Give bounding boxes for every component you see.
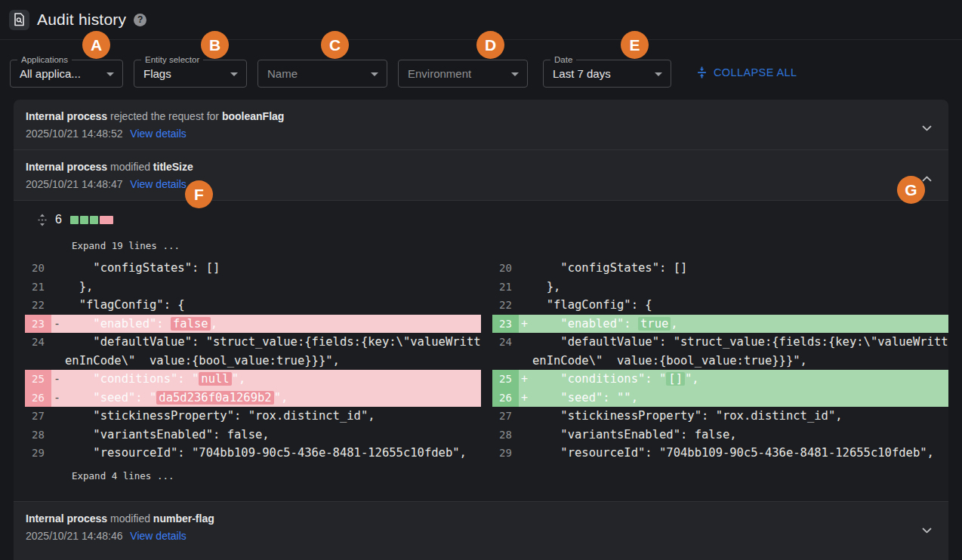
diff-stat-row: 6	[14, 211, 948, 228]
diff-sign	[519, 259, 532, 278]
diff-panel: 6 Expand 19 lines ... 20 "configStates":…	[14, 200, 948, 501]
code-text: "conditions": "[]",	[532, 370, 948, 389]
diff-split-view: 20 "configStates": []21 },22 "flagConfig…	[14, 259, 948, 463]
dropdown-arrow-icon	[371, 72, 378, 76]
annotation-badge-f: F	[185, 180, 213, 208]
code-text: "conditions": "null",	[65, 370, 481, 389]
expand-lines-bottom[interactable]: Expand 4 lines ...	[14, 470, 948, 482]
line-number: 25	[25, 370, 51, 389]
diff-pane-before: 20 "configStates": []21 },22 "flagConfig…	[14, 259, 481, 463]
diff-sign: -	[51, 315, 65, 334]
entry-timestamp: 2025/10/21 14:48:47	[26, 178, 122, 190]
line-number: 21	[25, 278, 51, 297]
audit-entry-number-flag[interactable]: Internal process modified number-flag 20…	[14, 501, 948, 552]
line-number: 20	[25, 259, 51, 278]
code-text: "stickinessProperty": "rox.distinct_id",	[65, 407, 481, 426]
diff-context-line: 20 "configStates": []	[14, 259, 481, 278]
diff-context-line: 22 "flagConfig": {	[481, 296, 948, 315]
diff-context-line: 29 "resourceId": "704bb109-90c5-436e-848…	[481, 444, 948, 463]
diff-sign	[519, 444, 532, 463]
line-number: 26	[25, 389, 51, 408]
added-stat-square	[70, 216, 79, 224]
line-number: 23	[25, 315, 51, 334]
diff-added-line: 25+ "conditions": "[]",	[481, 370, 948, 389]
diff-sign: +	[519, 315, 532, 334]
applications-dropdown[interactable]: Applications All applica...	[10, 60, 123, 88]
entry-action: rejected the request for	[110, 110, 219, 122]
diff-sign	[51, 333, 65, 370]
diff-removed-line: 23- "enabled": false,	[14, 315, 481, 334]
page-title: Audit history	[37, 11, 126, 29]
line-number: 22	[25, 296, 51, 315]
diff-context-line: 22 "flagConfig": {	[14, 296, 481, 315]
entity-selector-dropdown[interactable]: Entity selector Flags	[134, 60, 247, 88]
dropdown-arrow-icon	[106, 72, 114, 76]
diff-context-line: 27 "stickinessProperty": "rox.distinct_i…	[14, 407, 481, 426]
diff-added-line: 23+ "enabled": true,	[481, 315, 948, 334]
diff-sign	[51, 444, 65, 463]
entry-action: modified	[110, 512, 150, 525]
entry-actor: Internal process	[26, 110, 107, 122]
collapse-all-button[interactable]: COLLAPSE ALL	[696, 66, 797, 78]
annotation-badge-a: A	[82, 31, 110, 59]
annotation-badge-c: C	[321, 31, 349, 59]
added-stat-square	[90, 216, 98, 224]
view-details-link[interactable]: View details	[130, 128, 186, 140]
chevron-down-icon[interactable]	[919, 118, 935, 137]
code-text: "seed": "da5d236f0a1269b2",	[65, 389, 481, 408]
code-text: "enabled": true,	[532, 315, 948, 334]
code-text: },	[65, 278, 481, 297]
line-number: 28	[25, 426, 51, 445]
date-dropdown[interactable]: Date Last 7 days	[543, 60, 671, 88]
code-text: "configStates": []	[532, 259, 948, 278]
changed-word-highlight: false	[171, 317, 211, 331]
diff-sign	[519, 333, 532, 370]
audit-entry-titleSize[interactable]: Internal process modified titleSize 2025…	[14, 149, 948, 200]
view-details-link[interactable]: View details	[130, 530, 186, 542]
date-value: Last 7 days	[553, 67, 611, 80]
diff-change-count: 6	[55, 213, 62, 226]
added-stat-square	[80, 216, 88, 224]
line-number: 29	[492, 444, 519, 463]
code-text: "stickinessProperty": "rox.distinct_id",	[532, 407, 948, 426]
diff-context-line: 24 "defaultValue": "struct_value:{fields…	[481, 333, 948, 370]
diff-context-line: 21 },	[14, 278, 481, 297]
line-number: 21	[492, 278, 519, 297]
dropdown-arrow-icon	[655, 72, 662, 76]
line-number: 29	[25, 444, 51, 463]
dropdown-arrow-icon	[230, 72, 238, 76]
line-number: 23	[492, 315, 519, 334]
diff-sign	[51, 296, 65, 315]
document-search-icon	[14, 13, 25, 26]
audit-entry-meta: 2025/10/21 14:48:47 View details	[26, 178, 936, 190]
removed-stat-square	[100, 216, 113, 224]
diff-sign: -	[51, 389, 65, 408]
line-number: 20	[492, 259, 519, 278]
entry-timestamp: 2025/10/21 14:48:52	[26, 128, 122, 140]
line-number: 27	[492, 407, 519, 426]
chevron-down-icon[interactable]	[919, 520, 935, 540]
help-icon[interactable]: ?	[134, 14, 146, 26]
code-text: "resourceId": "704bb109-90c5-436e-8481-1…	[532, 444, 948, 463]
line-number: 24	[25, 333, 51, 370]
entry-actor: Internal process	[26, 161, 107, 173]
name-dropdown[interactable]: Name	[257, 60, 387, 88]
environment-placeholder: Environment	[408, 67, 471, 80]
diff-context-line: 29 "resourceId": "704bb109-90c5-436e-848…	[14, 444, 481, 463]
code-text: "resourceId": "704bb109-90c5-436e-8481-1…	[65, 444, 481, 463]
code-text: "enabled": false,	[65, 315, 481, 334]
expand-lines-top[interactable]: Expand 19 lines ...	[14, 240, 948, 251]
audit-entry-booleanFlag[interactable]: Internal process rejected the request fo…	[14, 100, 948, 149]
diff-sign	[519, 278, 532, 297]
audit-entry-summary: Internal process modified titleSize	[26, 161, 936, 173]
code-text: "flagConfig": {	[532, 296, 948, 315]
environment-dropdown[interactable]: Environment	[398, 60, 528, 88]
view-details-link[interactable]: View details	[130, 178, 186, 190]
diff-context-line: 28 "variantsEnabled": false,	[14, 426, 481, 445]
annotation-badge-b: B	[201, 31, 229, 59]
audit-entries-card: Internal process rejected the request fo…	[14, 100, 948, 560]
line-number: 24	[492, 333, 519, 370]
line-number: 27	[25, 407, 51, 426]
unfold-handle-icon[interactable]	[38, 214, 47, 226]
audit-entry-summary: Internal process modified number-flag	[26, 512, 936, 525]
